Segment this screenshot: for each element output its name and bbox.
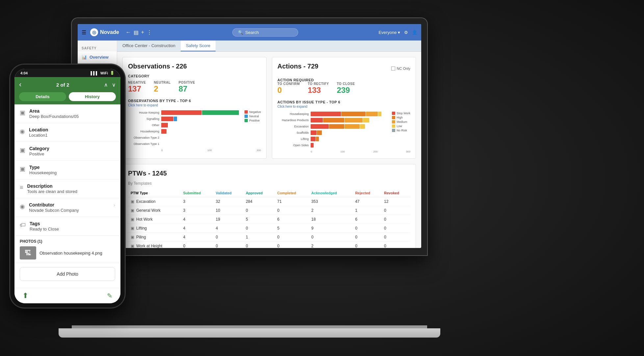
ptw-title: PTWs - 1245 — [128, 170, 410, 177]
table-cell: 10 — [213, 206, 243, 215]
obs-axis: 0100200 — [128, 149, 261, 152]
tags-content: Tags Ready to Close — [30, 221, 59, 232]
back-icon[interactable]: ← — [126, 29, 131, 36]
table-row[interactable]: ▣Excavation332284713534712 — [128, 197, 410, 206]
user-label[interactable]: Everyone ▾ — [378, 30, 400, 35]
row-icon: ▣ — [131, 244, 134, 248]
tags-value: Ready to Close — [30, 227, 59, 232]
more-icon[interactable]: ⋮ — [147, 29, 152, 36]
act-bar-seg — [311, 143, 314, 148]
table-row[interactable]: ▣General Work31000210 — [128, 206, 410, 215]
hamburger-icon[interactable]: ☰ — [82, 29, 86, 36]
area-value: Deep Box/Foundations/05 — [29, 114, 79, 119]
category-label: Category — [29, 146, 49, 151]
act-bar-label: Excavation — [277, 125, 309, 128]
phone-header-nav: ∧ ∨ — [104, 82, 116, 88]
table-cell: 0 — [180, 242, 213, 248]
down-button[interactable]: ∨ — [112, 82, 116, 88]
edit-icon[interactable]: ✎ — [107, 292, 113, 300]
table-cell: ▣Work at Height — [128, 242, 180, 248]
row-category: ▣ Category Positive — [14, 142, 120, 161]
act-legend-label: Stop Work — [397, 112, 410, 115]
contributor-icon: ◉ — [20, 203, 25, 210]
nc-checkbox[interactable] — [391, 67, 395, 70]
table-cell: 0 — [352, 224, 381, 233]
act-bar-seg — [311, 137, 316, 141]
tags-icon: 🏷 — [20, 222, 26, 229]
table-cell: 6 — [275, 215, 309, 224]
nc-only: NC Only — [391, 67, 410, 70]
search-icon: 🔍 — [238, 30, 243, 35]
act-legend-dot — [392, 129, 395, 132]
table-cell: 0 — [352, 242, 381, 248]
header-search[interactable]: 🔍 Search — [232, 28, 298, 37]
add-photo-button[interactable]: Add Photo — [20, 267, 115, 281]
up-button[interactable]: ∧ — [104, 82, 108, 88]
table-row[interactable]: ▣Hot Work419561860 — [128, 215, 410, 224]
obs-legend-dot — [245, 110, 248, 114]
obs-bar-label: House Keeping — [128, 111, 159, 114]
table-cell: ▣Hot Work — [128, 215, 180, 224]
row-contributor[interactable]: ◉ Contributor Novade Subcon Company › — [14, 198, 120, 217]
location-icon: ◉ — [20, 128, 25, 135]
table-cell: 71 — [275, 197, 309, 206]
act-chart-bars: HousekeepingHazardous ProductsExcavation… — [277, 112, 389, 149]
rectify-label: TO RECTIFY — [308, 82, 329, 86]
table-cell: 9 — [309, 224, 352, 233]
type-label: Type — [29, 165, 57, 170]
table-row[interactable]: ▣Piling4010000 — [128, 233, 410, 242]
tab-details[interactable]: Details — [19, 92, 66, 101]
table-cell: 2 — [309, 206, 352, 215]
negative-label: NEGATIVE — [128, 81, 146, 84]
upload-icon[interactable]: ⬆ — [22, 291, 28, 300]
table-cell: 18 — [309, 215, 352, 224]
act-chart-link[interactable]: Click here to expand — [277, 105, 410, 108]
act-bar-container — [311, 118, 389, 123]
photo-item: 🏗 Observation housekeeping 4.png — [20, 246, 115, 260]
table-row[interactable]: ▣Lifting4405900 — [128, 224, 410, 233]
obs-bar-label: Housekeeping — [128, 130, 159, 133]
obs-bar-label: Signalling — [128, 117, 159, 121]
area-content: Area Deep Box/Foundations/05 — [29, 108, 79, 119]
obs-chart-link[interactable]: Click here to expand — [128, 103, 261, 107]
col-revoked: Revoked — [381, 189, 410, 197]
description-icon: ≡ — [20, 184, 23, 191]
act-bar-seg — [341, 112, 366, 116]
table-row[interactable]: ▣Work at Height0000200 — [128, 242, 410, 248]
act-bar-container — [311, 112, 389, 116]
act-bar-container — [311, 130, 389, 135]
back-button[interactable]: ‹ — [19, 80, 21, 89]
location-content: Location Location1 — [29, 127, 48, 138]
positive-label: POSITIVE — [179, 81, 195, 84]
row-location: ◉ Location Location1 — [14, 123, 120, 142]
sidebar-item-overview[interactable]: 📊 Overview — [78, 51, 117, 63]
actions-stats: TO CONFIRM 0 TO RECTIFY 133 TO CLOSE — [277, 82, 410, 95]
phone-footer: ⬆ ✎ — [14, 288, 120, 303]
act-legend-dot — [392, 116, 395, 119]
category-content: Category Positive — [29, 146, 49, 156]
laptop-screen: ☰ Novade ← ▤ + ⋮ 🔍 Search — [78, 24, 421, 248]
table-cell: 1 — [352, 206, 381, 215]
observations-title: Observations - 226 — [128, 63, 261, 70]
obs-chart-bars: House KeepingSignallingOtherHousekeeping… — [128, 110, 242, 148]
phone: 4:04 ▌▌▌ WiFi 🔋 ‹ 2 of 2 ∧ ∨ Details — [10, 64, 125, 308]
table-cell: 0 — [275, 206, 309, 215]
add-icon[interactable]: + — [141, 29, 144, 36]
obs-legend-label: Negative — [249, 110, 261, 114]
type-content: Type Housekeeping — [29, 165, 57, 175]
obs-bar-row: House Keeping — [128, 110, 242, 115]
tab-office[interactable]: Office Center - Construction — [117, 41, 181, 51]
obs-bar-row: Observation Type 1 — [128, 142, 242, 146]
table-cell: 0 — [275, 233, 309, 242]
contributor-arrow: › — [114, 202, 115, 208]
act-bar-seg — [345, 118, 363, 123]
ptw-header-row: PTW Type Submitted Validated Approved Co… — [128, 189, 410, 197]
obs-bar-label: Observation Type 1 — [128, 142, 159, 146]
tab-safety-score[interactable]: Safety Score — [181, 41, 216, 51]
row-icon: ▣ — [131, 226, 134, 231]
settings-icon[interactable]: ⚙ — [404, 30, 408, 35]
user-icon[interactable]: 👤 — [412, 30, 417, 35]
tab-history[interactable]: History — [69, 92, 116, 101]
row-tags: 🏷 Tags Ready to Close — [14, 217, 120, 236]
layout-icon[interactable]: ▤ — [134, 29, 139, 36]
